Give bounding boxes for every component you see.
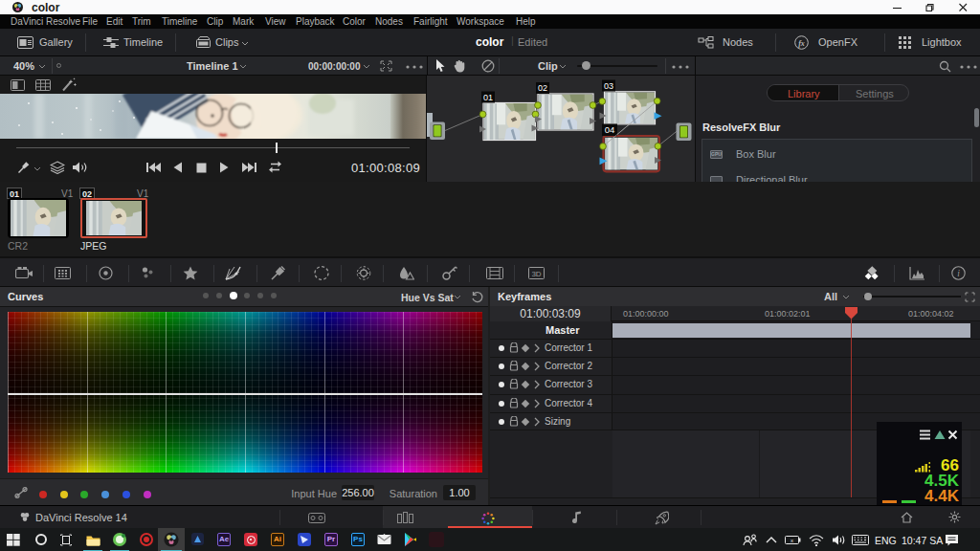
svg-text:01: 01 (483, 93, 493, 102)
svg-text:04: 04 (605, 124, 615, 135)
svg-text:02: 02 (538, 83, 547, 93)
svg-text:fx: fx (798, 39, 805, 48)
svg-text:x: x (791, 538, 793, 543)
svg-text:3D: 3D (531, 270, 541, 278)
svg-text:03: 03 (604, 81, 613, 91)
svg-text:i: i (957, 269, 960, 278)
